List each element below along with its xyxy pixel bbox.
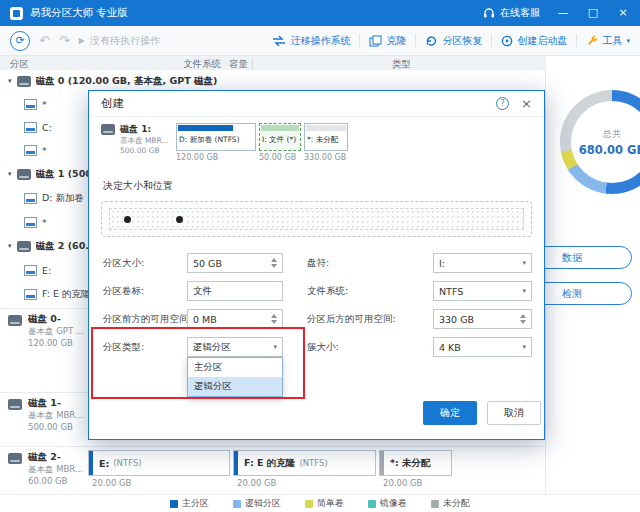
legend-swatch [233, 500, 241, 508]
titlebar-left: 易我分区大师 专业版 [10, 6, 128, 20]
panel-action-label: 检测 [562, 287, 582, 301]
drive-letter-select[interactable]: I: ▾ [433, 253, 532, 273]
migrate-os-icon [272, 35, 286, 47]
dialog-partition-new[interactable]: I: 文件 (*) 50.00 GB [259, 123, 301, 169]
online-service-button[interactable]: 在线客服 [483, 6, 540, 20]
partition-usage-bar [261, 125, 299, 131]
toolbar-right: 迁移操作系统 克隆 分区恢复 创建启动盘 工具 ▾ [272, 34, 630, 48]
file-system-select[interactable]: NTFS ▾ [433, 281, 532, 301]
refresh-icon: ⟳ [15, 34, 24, 47]
ok-button[interactable]: 确定 [423, 401, 477, 425]
partition-label: D: 新加卷 (NTFS) [179, 135, 240, 144]
stepper-arrows[interactable] [520, 314, 526, 324]
partition-block-f[interactable]: F: E 的克隆 (NTFS) [233, 450, 376, 476]
partition-size: 20.00 GB [383, 478, 422, 488]
partition-fs: (NTFS) [299, 458, 327, 468]
legend-label: 未分配 [443, 497, 470, 510]
collapse-caret-icon: ▾ [8, 242, 12, 250]
cluster-size-select[interactable]: 4 KB ▾ [433, 337, 532, 357]
redo-icon: ↷ [59, 33, 70, 48]
drive-letter-value: I: [439, 258, 519, 269]
disk-card-0[interactable]: 磁盘 0- 基本盘 GPT ... 120.00 GB [8, 313, 86, 348]
tree-row-label: * [42, 145, 47, 156]
stepper-arrows[interactable] [271, 314, 277, 324]
tree-row-label: * [42, 217, 47, 228]
tree-row-disk0[interactable]: ▾ 磁盘 0 (120.00 GB, 基本盘, GPT 磁盘) [0, 70, 545, 92]
legend-bar: 主分区 逻辑分区 简单卷 镜像卷 未分配 [0, 494, 640, 512]
partition-block-e[interactable]: E: (NTFS) [88, 450, 230, 476]
panel-action-label: 数据 [562, 251, 582, 265]
disk-card-name: 磁盘 0- [28, 313, 84, 326]
dialog-disk-name: 磁盘 1: [120, 123, 172, 136]
file-system-label: 文件系统: [307, 281, 348, 301]
partition-box: *: 未分配 [304, 123, 348, 151]
size-slider[interactable] [101, 201, 532, 237]
volume-label-input[interactable] [187, 281, 283, 301]
row-divider [0, 446, 545, 447]
help-icon[interactable]: ? [496, 97, 509, 110]
step-up-icon[interactable] [520, 314, 526, 318]
disk-card-info: 基本盘 GPT ... [28, 326, 84, 338]
migrate-os-label: 迁移操作系统 [290, 34, 350, 48]
bootable-media-icon [501, 35, 513, 47]
close-button[interactable]: × [616, 0, 630, 26]
partition-type-select[interactable]: 逻辑分区 ▾ [187, 337, 283, 357]
total-value: 680.00 GB [579, 143, 640, 157]
step-down-icon[interactable] [271, 264, 277, 268]
space-before-stepper[interactable]: 0 MB [187, 309, 283, 329]
space-after-stepper[interactable]: 330 GB [433, 309, 532, 329]
disk-icon [17, 169, 31, 180]
disk-card-text: 磁盘 0- 基本盘 GPT ... 120.00 GB [28, 313, 84, 348]
legend-item: 主分区 [170, 497, 209, 510]
tree-row-label: F: E 的克隆 [42, 288, 90, 301]
dialog-partition-unallocated[interactable]: *: 未分配 330.00 GB [304, 123, 348, 169]
partition-block-unallocated[interactable]: *: 未分配 [379, 450, 452, 476]
tools-button[interactable]: 工具 ▾ [586, 34, 630, 48]
tree-row-label: * [42, 99, 47, 110]
partition-type-value: 逻辑分区 [193, 341, 270, 354]
refresh-button[interactable]: ⟳ [10, 31, 30, 51]
legend-item: 逻辑分区 [233, 497, 281, 510]
partition-size-stepper[interactable]: 50 GB [187, 253, 283, 273]
step-down-icon[interactable] [520, 320, 526, 324]
step-up-icon[interactable] [271, 314, 277, 318]
partition-box: I: 文件 (*) [259, 123, 301, 151]
legend-swatch [431, 500, 439, 508]
dialog-close-icon[interactable]: × [521, 96, 532, 111]
legend-swatch [170, 500, 178, 508]
bootable-media-button[interactable]: 创建启动盘 [501, 34, 567, 48]
caret-down-icon: ▾ [626, 37, 630, 45]
legend-label: 逻辑分区 [245, 497, 281, 510]
minimize-button[interactable]: — [556, 0, 570, 26]
step-down-icon[interactable] [271, 320, 277, 324]
play-icon: ▶ [79, 36, 85, 45]
redo-button[interactable]: ↷ [59, 33, 70, 48]
pending-operations-button[interactable]: ▶ 没有待执行操作 [79, 34, 160, 48]
slider-handle-right[interactable] [176, 216, 183, 223]
cancel-button[interactable]: 取消 [487, 401, 541, 425]
stepper-arrows[interactable] [271, 258, 277, 268]
disk-card-1[interactable]: 磁盘 1- 基本盘 MBR... 500.00 GB [8, 397, 86, 432]
partition-fs: (NTFS) [113, 458, 141, 468]
disk-card-size: 60.00 GB [28, 476, 83, 486]
partition-recovery-button[interactable]: 分区恢复 [425, 34, 482, 48]
dialog-partition-d[interactable]: D: 新加卷 (NTFS) 120.00 GB [176, 123, 256, 169]
dropdown-option-logical[interactable]: 逻辑分区 [188, 377, 282, 396]
volume-label-label: 分区卷标: [103, 281, 144, 301]
toolbar: ⟳ ↶ ↷ ▶ 没有待执行操作 迁移操作系统 克隆 分区恢复 [0, 26, 640, 56]
disk-card-2[interactable]: 磁盘 2- 基本盘 MBR... 60.00 GB [8, 451, 86, 486]
legend-swatch [305, 500, 313, 508]
step-up-icon[interactable] [271, 258, 277, 262]
partition-size-label: 分区大小: [103, 253, 144, 273]
clone-button[interactable]: 克隆 [369, 34, 406, 48]
undo-icon: ↶ [39, 33, 50, 48]
column-separator [252, 58, 253, 70]
partition-recovery-icon [425, 35, 438, 47]
maximize-button[interactable]: □ [586, 0, 600, 26]
partition-type-dropdown: 主分区 逻辑分区 [187, 357, 283, 397]
disk-card-info: 基本盘 MBR... [28, 464, 83, 476]
slider-handle-left[interactable] [124, 216, 131, 223]
dropdown-option-primary[interactable]: 主分区 [188, 358, 282, 377]
migrate-os-button[interactable]: 迁移操作系统 [272, 34, 350, 48]
undo-button[interactable]: ↶ [39, 33, 50, 48]
